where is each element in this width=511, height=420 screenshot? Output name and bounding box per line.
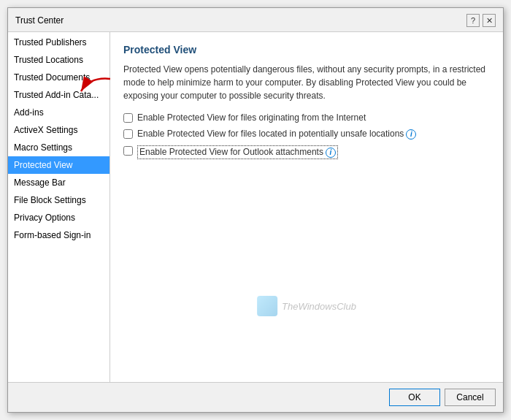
title-bar-controls: ? ✕ — [466, 14, 496, 27]
cancel-button[interactable]: Cancel — [445, 389, 496, 406]
ok-button[interactable]: OK — [389, 389, 440, 406]
sidebar-item-trusted-add-in-catalogs[interactable]: Trusted Add-in Cata... — [8, 86, 110, 104]
watermark-text: TheWindowsClub — [282, 301, 356, 312]
sidebar-item-trusted-publishers[interactable]: Trusted Publishers — [8, 34, 110, 51]
close-button[interactable]: ✕ — [483, 14, 496, 27]
sidebar-item-trusted-locations[interactable]: Trusted Locations — [8, 51, 110, 69]
sidebar-item-activex-settings[interactable]: ActiveX Settings — [8, 121, 110, 139]
title-bar: Trust Center ? ✕ — [8, 8, 503, 32]
content-description: Protected View opens potentially dangero… — [123, 63, 490, 102]
checkbox-internet-label[interactable]: Enable Protected View for files originat… — [137, 112, 366, 123]
sidebar: Trusted PublishersTrusted LocationsTrust… — [8, 32, 110, 382]
sidebar-item-macro-settings[interactable]: Macro Settings — [8, 139, 110, 156]
help-button[interactable]: ? — [466, 14, 480, 27]
info-icon-unsafe[interactable]: i — [406, 129, 416, 140]
checkbox-row-outlook: Enable Protected View for Outlook attach… — [123, 145, 490, 159]
dialog-footer: OK Cancel — [8, 382, 503, 412]
sidebar-item-privacy-options[interactable]: Privacy Options — [8, 209, 110, 226]
checkbox-unsafe-label[interactable]: Enable Protected View for files located … — [137, 129, 416, 140]
sidebar-item-file-block-settings[interactable]: File Block Settings — [8, 191, 110, 209]
checkbox-row-unsafe: Enable Protected View for files located … — [123, 129, 490, 140]
sidebar-item-form-based-sign-in[interactable]: Form-based Sign-in — [8, 226, 110, 244]
checkbox-outlook[interactable] — [123, 146, 133, 156]
checkbox-internet[interactable] — [123, 113, 133, 123]
watermark-icon — [257, 296, 277, 316]
content-area: Protected View Protected View opens pote… — [110, 32, 503, 382]
checkbox-row-internet: Enable Protected View for files originat… — [123, 112, 490, 123]
watermark: TheWindowsClub — [257, 296, 356, 316]
sidebar-item-trusted-documents[interactable]: Trusted Documents — [8, 69, 110, 86]
content-title: Protected View — [123, 44, 490, 56]
checkbox-outlook-label[interactable]: Enable Protected View for Outlook attach… — [137, 145, 338, 159]
info-icon-outlook[interactable]: i — [326, 148, 336, 158]
sidebar-item-message-bar[interactable]: Message Bar — [8, 174, 110, 191]
checkbox-unsafe-locations[interactable] — [123, 129, 133, 139]
dialog-body: Trusted PublishersTrusted LocationsTrust… — [8, 32, 503, 382]
sidebar-item-add-ins[interactable]: Add-ins — [8, 104, 110, 121]
trust-center-dialog: Trust Center ? ✕ Trusted PublishersTrust… — [7, 7, 504, 413]
dialog-title: Trust Center — [15, 15, 64, 26]
sidebar-item-protected-view[interactable]: Protected View — [8, 156, 110, 174]
